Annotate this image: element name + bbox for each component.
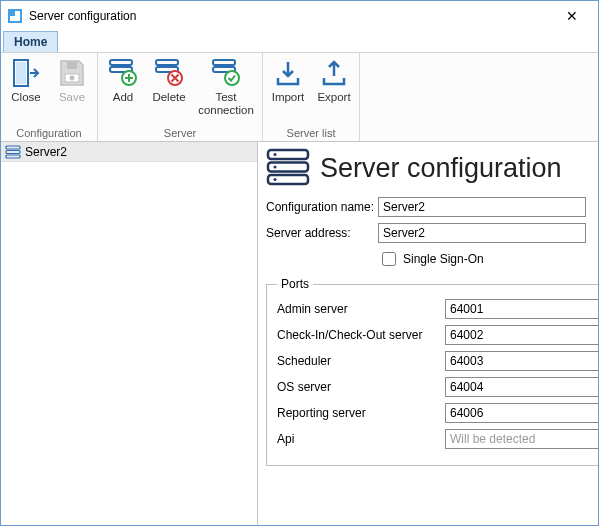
cico-port-input[interactable] (446, 326, 598, 344)
server-delete-icon (153, 57, 185, 89)
close-label: Close (11, 91, 40, 104)
heading: Server configuration (266, 148, 586, 189)
titlebar: Server configuration ✕ (1, 1, 598, 31)
scheduler-port-spinner[interactable]: ▲▼ (445, 351, 598, 371)
server-add-icon (107, 57, 139, 89)
os-port-spinner[interactable]: ▲▼ (445, 377, 598, 397)
server-tree: Server2 (1, 142, 258, 525)
app-icon (7, 8, 23, 24)
ribbon: Close Save Configuration Add (1, 53, 598, 142)
reporting-port-spinner[interactable]: ▲▼ (445, 403, 598, 423)
admin-port-spinner[interactable]: ▲▼ (445, 299, 598, 319)
config-name-input[interactable] (378, 197, 586, 217)
workarea: Server2 Server configuration Configurati… (1, 142, 598, 525)
server-test-icon (210, 57, 242, 89)
close-button[interactable]: Close (5, 55, 47, 106)
svg-rect-19 (6, 155, 20, 158)
ribbon-group-server: Add Delete Test connection Server (98, 53, 263, 141)
svg-point-25 (274, 178, 277, 181)
sso-checkbox[interactable] (382, 252, 396, 266)
window-close-button[interactable]: ✕ (552, 8, 592, 24)
scheduler-port-input[interactable] (446, 352, 598, 370)
ribbon-group-configuration: Close Save Configuration (1, 53, 98, 141)
ribbon-group-serverlist: Import Export Server list (263, 53, 360, 141)
group-label-configuration: Configuration (5, 126, 93, 140)
os-port-input[interactable] (446, 378, 598, 396)
group-label-server: Server (102, 126, 258, 140)
svg-rect-14 (213, 60, 235, 65)
ports-legend: Ports (277, 277, 313, 291)
import-button[interactable]: Import (267, 55, 309, 106)
import-label: Import (272, 91, 305, 104)
svg-rect-2 (10, 11, 15, 16)
test-label: Test connection (194, 91, 258, 116)
api-port-label: Api (277, 432, 445, 446)
export-icon (320, 57, 348, 89)
svg-rect-8 (110, 60, 132, 65)
os-port-label: OS server (277, 380, 445, 394)
group-label-serverlist: Server list (267, 126, 355, 140)
server-icon (5, 145, 21, 159)
window-title: Server configuration (29, 9, 136, 23)
svg-rect-4 (16, 62, 26, 84)
ports-group: Ports Admin server ▲▼ Check-In/Check-Out… (266, 277, 598, 466)
server-large-icon (266, 148, 310, 189)
main-panel: Server configuration Configuration name:… (258, 142, 598, 525)
svg-rect-11 (156, 60, 178, 65)
page-title: Server configuration (320, 153, 562, 184)
tab-home[interactable]: Home (3, 31, 58, 52)
reporting-port-label: Reporting server (277, 406, 445, 420)
scheduler-port-label: Scheduler (277, 354, 445, 368)
ribbon-tabstrip: Home (1, 31, 598, 53)
add-button[interactable]: Add (102, 55, 144, 106)
tree-item-label: Server2 (25, 145, 67, 159)
save-button: Save (51, 55, 93, 106)
sso-label: Single Sign-On (403, 252, 484, 266)
admin-port-label: Admin server (277, 302, 445, 316)
save-label: Save (59, 91, 85, 104)
add-label: Add (113, 91, 133, 104)
svg-rect-17 (6, 146, 20, 149)
svg-point-23 (274, 153, 277, 156)
server-address-input[interactable] (378, 223, 586, 243)
svg-rect-6 (67, 62, 77, 69)
save-floppy-icon (58, 57, 86, 89)
export-button[interactable]: Export (313, 55, 355, 106)
server-address-label: Server address: (266, 226, 378, 240)
delete-button[interactable]: Delete (148, 55, 190, 106)
tree-item-server2[interactable]: Server2 (1, 142, 257, 162)
reporting-port-input[interactable] (446, 404, 598, 422)
cico-port-label: Check-In/Check-Out server (277, 328, 445, 342)
config-name-label: Configuration name: (266, 200, 378, 214)
api-port-input (446, 430, 598, 448)
test-connection-button[interactable]: Test connection (194, 55, 258, 118)
close-door-icon (12, 57, 40, 89)
api-port-spinner: ▲▼ (445, 429, 598, 449)
svg-point-7 (70, 76, 75, 81)
cico-port-spinner[interactable]: ▲▼ (445, 325, 598, 345)
delete-label: Delete (152, 91, 185, 104)
import-icon (274, 57, 302, 89)
svg-rect-18 (6, 150, 20, 153)
admin-port-input[interactable] (446, 300, 598, 318)
export-label: Export (317, 91, 350, 104)
svg-point-24 (274, 166, 277, 169)
